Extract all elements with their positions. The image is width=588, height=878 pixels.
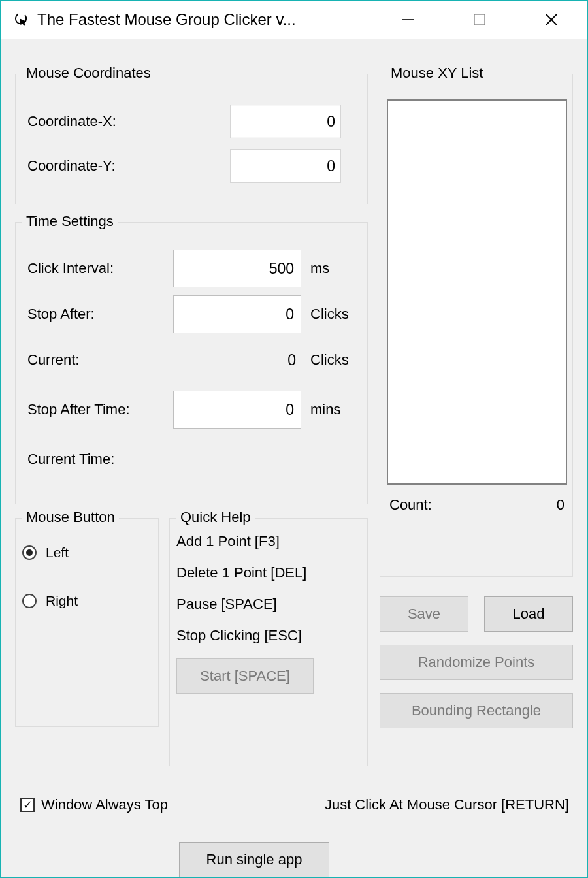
close-button[interactable]	[515, 1, 587, 39]
bottom-row: Window Always Top Just Click At Mouse Cu…	[20, 796, 569, 813]
coordinate-x-label: Coordinate-X:	[27, 113, 230, 130]
randomize-points-button[interactable]: Randomize Points	[380, 645, 573, 680]
start-button[interactable]: Start [SPACE]	[176, 658, 314, 694]
radio-icon	[22, 594, 37, 608]
click-interval-input[interactable]	[173, 250, 301, 287]
mouse-button-legend: Mouse Button	[22, 509, 119, 526]
quick-help-group: Quick Help Add 1 Point [F3] Delete 1 Poi…	[169, 518, 368, 766]
current-time-label: Current Time:	[27, 451, 114, 468]
mouse-xy-list-group: Mouse XY List Count: 0	[380, 74, 573, 577]
quick-help-line: Pause [SPACE]	[176, 596, 367, 613]
mouse-button-right-label: Right	[46, 593, 78, 609]
window-controls	[372, 1, 587, 39]
save-button[interactable]: Save	[380, 596, 468, 632]
stop-after-label: Stop After:	[27, 306, 173, 323]
current-clicks-label: Current:	[27, 351, 173, 368]
mouse-xy-list-legend: Mouse XY List	[387, 65, 487, 82]
stop-after-time-unit: mins	[310, 401, 340, 418]
checkbox-icon	[20, 798, 35, 812]
mouse-button-left-label: Left	[46, 545, 69, 561]
minimize-button[interactable]	[372, 1, 444, 39]
quick-help-legend: Quick Help	[176, 509, 255, 526]
click-interval-label: Click Interval:	[27, 260, 173, 277]
coordinate-x-input[interactable]	[230, 105, 341, 138]
window-title: The Fastest Mouse Group Clicker v...	[37, 10, 372, 29]
mouse-button-right-radio[interactable]: Right	[22, 593, 158, 609]
stop-after-time-label: Stop After Time:	[27, 401, 173, 418]
titlebar: The Fastest Mouse Group Clicker v...	[1, 1, 587, 39]
time-settings-legend: Time Settings	[22, 213, 118, 230]
window-always-top-label: Window Always Top	[41, 796, 168, 813]
quick-help-line: Add 1 Point [F3]	[176, 533, 367, 550]
count-value: 0	[557, 496, 564, 513]
time-settings-group: Time Settings Click Interval: ms Stop Af…	[15, 222, 368, 504]
mouse-coordinates-legend: Mouse Coordinates	[22, 65, 155, 82]
radio-icon	[22, 545, 37, 560]
mouse-button-left-radio[interactable]: Left	[22, 545, 158, 561]
bounding-rectangle-button[interactable]: Bounding Rectangle	[380, 693, 573, 728]
app-icon	[12, 11, 29, 28]
count-label: Count:	[389, 496, 432, 513]
current-clicks-value: 0	[173, 351, 301, 369]
stop-after-input[interactable]	[173, 295, 301, 333]
coordinate-y-input[interactable]	[230, 149, 341, 183]
maximize-button[interactable]	[444, 1, 515, 39]
svg-rect-2	[474, 14, 485, 25]
quick-help-line: Stop Clicking [ESC]	[176, 627, 367, 644]
mouse-coordinates-group: Mouse Coordinates Coordinate-X: Coordina…	[15, 74, 368, 204]
stop-after-time-input[interactable]	[173, 391, 301, 429]
quick-help-line: Delete 1 Point [DEL]	[176, 564, 367, 581]
current-clicks-unit: Clicks	[310, 351, 349, 368]
coordinate-y-label: Coordinate-Y:	[27, 157, 230, 174]
window-always-top-checkbox[interactable]: Window Always Top	[20, 796, 168, 813]
side-buttons: Save Load Randomize Points Bounding Rect…	[380, 596, 573, 728]
just-click-label: Just Click At Mouse Cursor [RETURN]	[325, 796, 569, 813]
click-interval-unit: ms	[310, 260, 329, 277]
stop-after-unit: Clicks	[310, 306, 349, 323]
run-single-app-button[interactable]: Run single app	[179, 842, 329, 877]
client-area: Mouse Coordinates Coordinate-X: Coordina…	[1, 39, 587, 877]
mouse-button-group: Mouse Button Left Right	[15, 518, 159, 727]
mouse-xy-listbox[interactable]	[387, 99, 567, 485]
load-button[interactable]: Load	[484, 596, 573, 632]
